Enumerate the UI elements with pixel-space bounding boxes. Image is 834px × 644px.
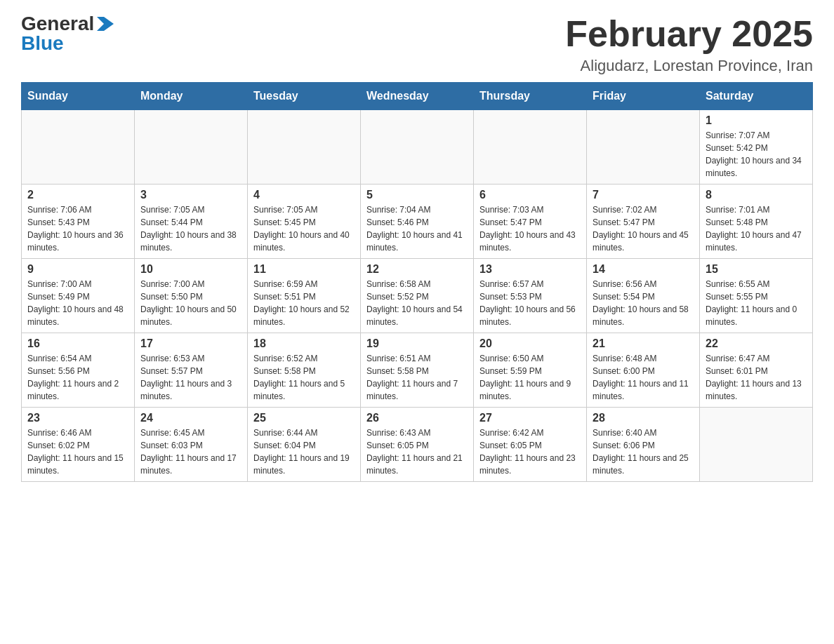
day-info: Sunrise: 7:01 AMSunset: 5:48 PMDaylight:… [706,203,807,254]
calendar-cell: 20Sunrise: 6:50 AMSunset: 5:59 PMDayligh… [474,333,587,408]
day-info: Sunrise: 6:40 AMSunset: 6:06 PMDaylight:… [593,427,694,477]
location-title: Aligudarz, Lorestan Province, Iran [565,57,813,75]
calendar-cell: 2Sunrise: 7:06 AMSunset: 5:43 PMDaylight… [22,185,135,259]
day-info: Sunrise: 7:00 AMSunset: 5:49 PMDaylight:… [27,278,128,328]
day-number: 15 [706,263,807,276]
calendar-cell: 22Sunrise: 6:47 AMSunset: 6:01 PMDayligh… [700,333,813,408]
day-number: 21 [593,337,694,350]
calendar-cell [22,110,135,185]
day-number: 2 [27,189,128,201]
day-number: 9 [27,263,128,276]
header-sunday: Sunday [22,83,135,110]
day-number: 20 [479,337,581,350]
day-number: 11 [253,263,355,276]
calendar-cell: 6Sunrise: 7:03 AMSunset: 5:47 PMDaylight… [474,185,587,259]
calendar-cell: 27Sunrise: 6:42 AMSunset: 6:05 PMDayligh… [474,408,587,482]
day-info: Sunrise: 7:07 AMSunset: 5:42 PMDaylight:… [706,129,807,180]
header-friday: Friday [587,83,700,110]
day-info: Sunrise: 7:05 AMSunset: 5:45 PMDaylight:… [253,203,355,254]
day-number: 24 [140,412,241,424]
day-number: 27 [479,412,581,424]
header-monday: Monday [135,83,248,110]
day-number: 18 [253,337,355,350]
calendar-cell: 23Sunrise: 6:46 AMSunset: 6:02 PMDayligh… [22,408,135,482]
day-info: Sunrise: 6:57 AMSunset: 5:53 PMDaylight:… [479,278,581,328]
header-thursday: Thursday [474,83,587,110]
day-info: Sunrise: 6:53 AMSunset: 5:57 PMDaylight:… [140,352,241,403]
day-info: Sunrise: 6:58 AMSunset: 5:52 PMDaylight:… [366,278,468,328]
day-info: Sunrise: 6:55 AMSunset: 5:55 PMDaylight:… [706,278,807,328]
calendar-cell: 12Sunrise: 6:58 AMSunset: 5:52 PMDayligh… [361,259,474,333]
day-number: 25 [253,412,355,424]
calendar-cell [474,110,587,185]
logo: General Blue [21,14,114,53]
calendar-cell: 11Sunrise: 6:59 AMSunset: 5:51 PMDayligh… [248,259,361,333]
day-info: Sunrise: 6:59 AMSunset: 5:51 PMDaylight:… [253,278,355,328]
calendar-cell: 16Sunrise: 6:54 AMSunset: 5:56 PMDayligh… [22,333,135,408]
day-info: Sunrise: 6:54 AMSunset: 5:56 PMDaylight:… [27,352,128,403]
calendar-cell: 5Sunrise: 7:04 AMSunset: 5:46 PMDaylight… [361,185,474,259]
calendar-cell: 15Sunrise: 6:55 AMSunset: 5:55 PMDayligh… [700,259,813,333]
calendar-cell: 26Sunrise: 6:43 AMSunset: 6:05 PMDayligh… [361,408,474,482]
calendar-week-row: 23Sunrise: 6:46 AMSunset: 6:02 PMDayligh… [22,408,813,482]
day-number: 5 [366,189,468,201]
day-info: Sunrise: 6:47 AMSunset: 6:01 PMDaylight:… [706,352,807,403]
day-number: 4 [253,189,355,201]
calendar-cell: 21Sunrise: 6:48 AMSunset: 6:00 PMDayligh… [587,333,700,408]
header-tuesday: Tuesday [248,83,361,110]
day-info: Sunrise: 6:51 AMSunset: 5:58 PMDaylight:… [366,352,468,403]
calendar-cell [135,110,248,185]
calendar-week-row: 1Sunrise: 7:07 AMSunset: 5:42 PMDaylight… [22,110,813,185]
day-info: Sunrise: 6:44 AMSunset: 6:04 PMDaylight:… [253,427,355,477]
weekday-header-row: Sunday Monday Tuesday Wednesday Thursday… [22,83,813,110]
day-number: 12 [366,263,468,276]
calendar-cell: 3Sunrise: 7:05 AMSunset: 5:44 PMDaylight… [135,185,248,259]
day-number: 13 [479,263,581,276]
calendar-cell: 13Sunrise: 6:57 AMSunset: 5:53 PMDayligh… [474,259,587,333]
header-wednesday: Wednesday [361,83,474,110]
calendar-cell: 18Sunrise: 6:52 AMSunset: 5:58 PMDayligh… [248,333,361,408]
day-number: 17 [140,337,241,350]
calendar-cell: 9Sunrise: 7:00 AMSunset: 5:49 PMDaylight… [22,259,135,333]
day-info: Sunrise: 6:42 AMSunset: 6:05 PMDaylight:… [479,427,581,477]
day-number: 23 [27,412,128,424]
day-info: Sunrise: 6:45 AMSunset: 6:03 PMDaylight:… [140,427,241,477]
day-number: 3 [140,189,241,201]
header-saturday: Saturday [700,83,813,110]
day-info: Sunrise: 7:06 AMSunset: 5:43 PMDaylight:… [27,203,128,254]
day-number: 19 [366,337,468,350]
calendar-cell [700,408,813,482]
calendar-table: Sunday Monday Tuesday Wednesday Thursday… [21,82,813,482]
day-number: 7 [593,189,694,201]
day-info: Sunrise: 7:00 AMSunset: 5:50 PMDaylight:… [140,278,241,328]
day-number: 10 [140,263,241,276]
calendar-week-row: 9Sunrise: 7:00 AMSunset: 5:49 PMDaylight… [22,259,813,333]
logo-general: General [21,14,94,34]
day-info: Sunrise: 6:43 AMSunset: 6:05 PMDaylight:… [366,427,468,477]
day-info: Sunrise: 6:46 AMSunset: 6:02 PMDaylight:… [27,427,128,477]
logo-blue: Blue [21,32,64,54]
calendar-cell: 8Sunrise: 7:01 AMSunset: 5:48 PMDaylight… [700,185,813,259]
calendar-cell: 4Sunrise: 7:05 AMSunset: 5:45 PMDaylight… [248,185,361,259]
day-number: 26 [366,412,468,424]
calendar-week-row: 2Sunrise: 7:06 AMSunset: 5:43 PMDaylight… [22,185,813,259]
calendar-cell: 19Sunrise: 6:51 AMSunset: 5:58 PMDayligh… [361,333,474,408]
calendar-cell [361,110,474,185]
day-number: 16 [27,337,128,350]
calendar-cell: 10Sunrise: 7:00 AMSunset: 5:50 PMDayligh… [135,259,248,333]
calendar-cell [248,110,361,185]
calendar-cell: 17Sunrise: 6:53 AMSunset: 5:57 PMDayligh… [135,333,248,408]
month-title: February 2025 [565,14,813,54]
day-info: Sunrise: 6:56 AMSunset: 5:54 PMDaylight:… [593,278,694,328]
day-number: 28 [593,412,694,424]
calendar-cell: 28Sunrise: 6:40 AMSunset: 6:06 PMDayligh… [587,408,700,482]
day-info: Sunrise: 7:03 AMSunset: 5:47 PMDaylight:… [479,203,581,254]
day-info: Sunrise: 7:04 AMSunset: 5:46 PMDaylight:… [366,203,468,254]
day-info: Sunrise: 6:48 AMSunset: 6:00 PMDaylight:… [593,352,694,403]
page-header: General Blue February 2025 Aligudarz, Lo… [21,14,813,75]
calendar-cell: 24Sunrise: 6:45 AMSunset: 6:03 PMDayligh… [135,408,248,482]
day-number: 6 [479,189,581,201]
calendar-cell [587,110,700,185]
calendar-cell: 7Sunrise: 7:02 AMSunset: 5:47 PMDaylight… [587,185,700,259]
calendar-cell: 25Sunrise: 6:44 AMSunset: 6:04 PMDayligh… [248,408,361,482]
